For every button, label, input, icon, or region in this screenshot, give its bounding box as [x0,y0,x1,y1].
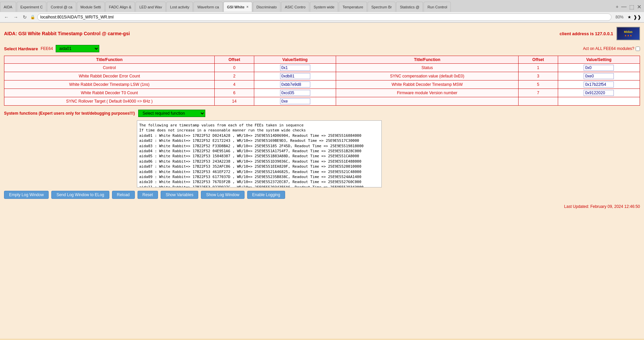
browser-tab[interactable]: Statistics @ [396,2,423,12]
right-title-cell: Status [336,64,519,72]
browser-tab[interactable]: Experiment C [17,2,47,12]
close-icon[interactable]: ✕ [637,4,641,10]
browser-tab[interactable]: AIDA [0,2,16,12]
log-entry: aida01 : White Rabbit=> 17B22F52 D0241A2… [139,133,379,138]
right-title-cell [336,97,519,106]
log-entry: aida05 : White Rabbit=> 17B22F53 1504838… [139,154,379,159]
page-header: AIDA: GSI White Rabbit Timestamp Control… [4,25,640,42]
right-title-cell: White Rabbit Decoder Timestamp MSW [336,80,519,89]
right-offset-cell: 7 [519,89,558,97]
browser-tab[interactable]: Discriminato [253,2,281,12]
browser-tab[interactable]: Control @ ca [47,2,76,12]
url-input[interactable] [37,13,611,21]
left-offset-cell: 2 [215,72,254,80]
zoom-level: 80% [613,15,626,19]
left-title-cell: Control [4,64,215,72]
right-value-cell[interactable] [558,89,640,97]
left-offset-cell: 6 [215,89,254,97]
left-offset-cell: 4 [215,80,254,89]
left-value-input[interactable] [280,81,310,88]
star-icon[interactable]: ★ [628,15,631,19]
browser-tab[interactable]: Module Setti [77,2,105,12]
left-value-cell[interactable] [254,89,336,97]
table-row: White Rabbit Decoder T0 Count6Firmware m… [4,89,640,97]
forward-button[interactable]: → [12,14,19,20]
left-value-input[interactable] [280,90,310,96]
right-value-input[interactable] [584,90,614,96]
table-row: Control0Status1 [4,64,640,72]
right-title-cell: SYNC compensation value (default 0xE0) [336,72,519,80]
window-controls: — ⬚ ✕ [621,4,644,10]
left-value-input[interactable] [280,65,310,71]
col-left-value: Value/Setting [254,56,336,64]
log-entry: aida02 : White Rabbit=> 17B22F52 E217224… [139,138,379,143]
browser-tab[interactable]: Temperature [339,2,367,12]
hardware-label: Select Hardware [4,46,38,51]
hardware-select[interactable]: aida01aida02aida03aida04 [56,45,99,52]
log-window[interactable]: The following are timestamp values from … [137,120,382,187]
right-value-cell[interactable] [558,80,640,89]
tab-close-icon[interactable]: × [247,5,249,9]
table-row: White Rabbit Decoder Timestamp LSW (1ns)… [4,80,640,89]
tab-bar: AIDAExperiment CControl @ caModule Setti… [0,0,644,12]
hardware-row: Select Hardware FEE64 aida01aida02aida03… [4,45,640,52]
col-right-value: Value/Setting [558,56,640,64]
browser-tab[interactable]: Waveform ca [194,2,222,12]
page-content: AIDA: GSI White Rabbit Timestamp Control… [0,23,644,339]
log-entry: aida08 : White Rabbit=> 17B22F53 461EF27… [139,169,379,174]
refresh-button[interactable]: ↻ [21,14,28,20]
right-value-input[interactable] [584,73,614,79]
back-button[interactable]: ← [3,14,10,20]
reset-button[interactable]: Reset [138,191,158,199]
log-entry: aida09 : White Rabbit=> 17B22F53 6177037… [139,174,379,179]
left-title-cell: White Rabbit Decoder Timestamp LSW (1ns) [4,80,215,89]
log-entry: aida11 : White Rabbit=> 17B22F53 922D927… [139,185,379,187]
act-all-label: Act on ALL FEE64 modules? [583,46,634,51]
hardware-prefix: FEE64 [41,46,53,51]
restore-icon[interactable]: ⬚ [629,4,634,10]
left-value-cell[interactable] [254,64,336,72]
browser-tab[interactable]: FADC Align & [105,2,135,12]
function-select[interactable]: Select required functionFunction 1Functi… [138,110,205,117]
page-title: AIDA: GSI White Rabbit Timestamp Control… [4,31,130,36]
log-intro-line2: If time does not increase in a reasonabl… [139,128,379,133]
right-value-cell[interactable] [558,64,640,72]
minimize-icon[interactable]: — [621,4,627,10]
reload-button[interactable]: Reload [112,191,135,199]
act-all-checkbox[interactable] [636,47,640,51]
col-left-title: Title/Function [4,56,215,64]
main-table: Title/Function Offset Value/Setting Titl… [4,56,640,106]
system-functions-row: System functions (Expert users only for … [4,110,640,117]
left-offset-cell: 14 [215,97,254,106]
browser-tab[interactable]: Run Control [424,2,451,12]
browser-tab[interactable]: Lost activity [166,2,193,12]
browser-tab[interactable]: System wide [310,2,338,12]
left-value-input[interactable] [280,73,310,79]
browser-tab[interactable]: LED and Wav [136,2,165,12]
midas-logo: Midas ▲▲▲ [616,27,640,40]
log-entry: aida10 : White Rabbit=> 17B22F53 767D3F2… [139,179,379,184]
new-tab-button[interactable]: + [613,3,621,11]
extensions-icon[interactable]: ❱❱ [633,14,641,20]
left-value-cell[interactable] [254,72,336,80]
right-value-cell[interactable] [558,97,640,106]
send-log-button[interactable]: Send Log Window to ELog [51,191,109,199]
show-log-button[interactable]: Show Log Window [201,191,244,199]
empty-log-button[interactable]: Empty Log Window [4,191,49,199]
show-variables-button[interactable]: Show Variables [161,191,199,199]
right-value-input[interactable] [584,65,614,71]
right-value-input[interactable] [584,81,614,88]
left-value-input[interactable] [280,98,310,104]
left-title-cell: White Rabbit Decoder T0 Count [4,89,215,97]
right-offset-cell: 3 [519,72,558,80]
enable-logging-button[interactable]: Enable Logging [247,191,285,199]
left-value-cell[interactable] [254,80,336,89]
browser-tab[interactable]: ASIC Contro [281,2,309,12]
right-offset-cell: 5 [519,80,558,89]
browser-tab[interactable]: Spectrum Br [368,2,395,12]
left-value-cell[interactable] [254,97,336,106]
right-value-cell[interactable] [558,72,640,80]
browser-tab[interactable]: GSI White× [223,2,252,12]
browser-chrome: AIDAExperiment CControl @ caModule Setti… [0,0,644,23]
security-icon: 🔒 [30,15,35,19]
